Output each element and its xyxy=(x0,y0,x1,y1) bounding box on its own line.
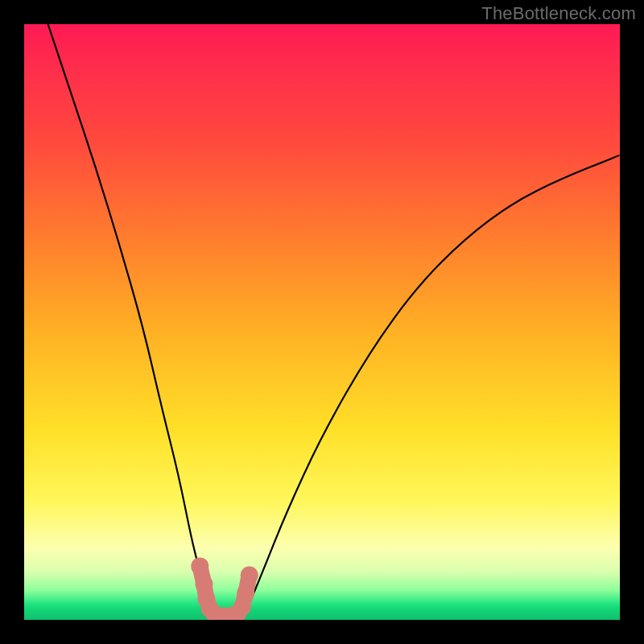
left-curve-path xyxy=(48,24,218,617)
chart-svg xyxy=(24,24,620,620)
right-curve-path xyxy=(238,155,620,617)
plot-area xyxy=(24,24,620,620)
chart-frame: TheBottleneck.com xyxy=(0,0,644,644)
marker-dot xyxy=(195,576,213,593)
marker-dot xyxy=(241,567,258,584)
watermark-text: TheBottleneck.com xyxy=(481,3,636,24)
marker-dot xyxy=(191,557,208,575)
marker-dot xyxy=(237,584,254,602)
